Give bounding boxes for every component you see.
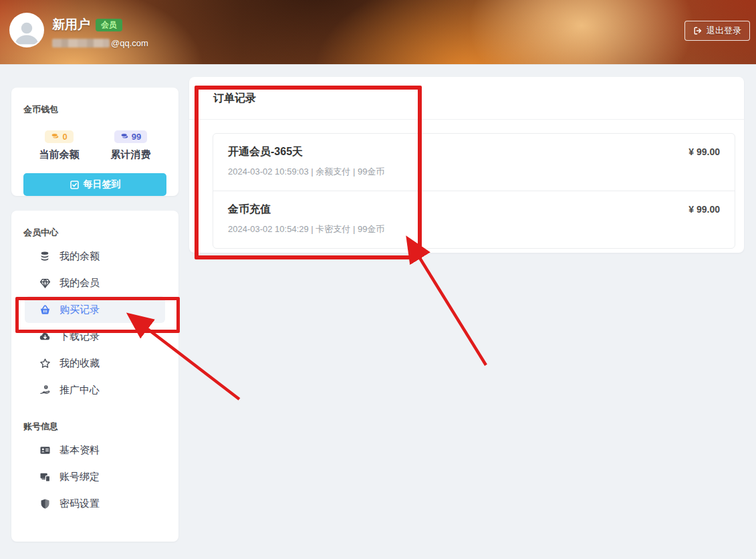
check-square-icon bbox=[70, 180, 80, 190]
star-icon bbox=[39, 358, 51, 369]
coin-icon bbox=[120, 132, 129, 141]
order-name: 开通会员-365天 bbox=[228, 145, 384, 159]
balance-label: 当前余额 bbox=[23, 148, 95, 161]
order-meta: 2024-03-02 10:59:03 | 余额支付 | 99金币 bbox=[228, 166, 384, 178]
sidebar-item-label: 我的余额 bbox=[59, 250, 100, 263]
redacted-email bbox=[52, 39, 110, 47]
shield-icon bbox=[39, 498, 51, 510]
daily-checkin-button[interactable]: 每日签到 bbox=[23, 173, 166, 196]
order-list: 开通会员-365天 2024-03-02 10:59:03 | 余额支付 | 9… bbox=[213, 133, 735, 249]
logout-button[interactable]: 退出登录 bbox=[684, 21, 750, 41]
id-card-icon bbox=[39, 445, 51, 456]
sidebar-item-password-settings[interactable]: 密码设置 bbox=[25, 490, 165, 517]
sidebar-item-basic-profile[interactable]: 基本资料 bbox=[25, 437, 165, 463]
sidebar-item-promotion-center[interactable]: 推广中心 bbox=[25, 376, 165, 403]
cloud-download-icon bbox=[39, 331, 51, 342]
wallet-card: 金币钱包 0 当前余额 99 累计消费 bbox=[11, 88, 178, 196]
basket-icon bbox=[39, 304, 51, 316]
sidebar-item-download-records[interactable]: 下载记录 bbox=[25, 323, 165, 350]
person-icon bbox=[12, 17, 41, 46]
wallet-title: 金币钱包 bbox=[23, 104, 166, 116]
section-title-member-center: 会员中心 bbox=[23, 227, 166, 239]
member-badge: 会员 bbox=[96, 19, 122, 31]
username: 新用户 bbox=[52, 16, 90, 33]
gem-icon bbox=[39, 277, 51, 289]
logout-icon bbox=[693, 26, 703, 35]
order-price: ¥ 99.00 bbox=[688, 145, 720, 178]
promotion-icon bbox=[39, 384, 51, 396]
order-meta: 2024-03-02 10:54:29 | 卡密支付 | 99金币 bbox=[228, 223, 384, 235]
order-row: 开通会员-365天 2024-03-02 10:59:03 | 余额支付 | 9… bbox=[213, 134, 735, 191]
sidebar-item-label: 我的收藏 bbox=[59, 357, 100, 370]
header-banner: 新用户 会员 @qq.com 退出登录 bbox=[0, 0, 756, 65]
order-name: 金币充值 bbox=[228, 203, 384, 217]
sidebar-item-purchase-records[interactable]: 购买记录 bbox=[25, 296, 165, 323]
sidebar-item-label: 推广中心 bbox=[59, 384, 100, 397]
spent-value: 99 bbox=[132, 132, 141, 142]
coin-icon bbox=[51, 132, 59, 141]
order-row: 金币充值 2024-03-02 10:54:29 | 卡密支付 | 99金币 ¥… bbox=[213, 191, 735, 248]
devices-icon bbox=[39, 471, 51, 483]
sidebar-item-account-binding[interactable]: 账号绑定 bbox=[25, 463, 165, 490]
sidebar-item-label: 密码设置 bbox=[59, 497, 100, 510]
spent-label: 累计消费 bbox=[95, 148, 166, 161]
sidebar-item-my-membership[interactable]: 我的会员 bbox=[25, 269, 165, 296]
balance-stat: 0 当前余额 bbox=[23, 130, 95, 161]
sidebar-item-my-balance[interactable]: 我的余额 bbox=[25, 243, 165, 269]
sidebar-item-label: 下载记录 bbox=[59, 330, 100, 343]
orders-title: 订单记录 bbox=[213, 92, 256, 104]
section-title-account-info: 账号信息 bbox=[23, 421, 166, 433]
sidebar-item-my-favorites[interactable]: 我的收藏 bbox=[25, 350, 165, 376]
coins-icon bbox=[39, 251, 51, 262]
balance-value: 0 bbox=[62, 132, 67, 142]
order-price: ¥ 99.00 bbox=[688, 203, 720, 235]
orders-panel: 订单记录 开通会员-365天 2024-03-02 10:59:03 | 余额支… bbox=[189, 77, 744, 253]
spent-stat: 99 累计消费 bbox=[95, 130, 166, 161]
sidebar-item-label: 基本资料 bbox=[59, 444, 100, 457]
user-email: @qq.com bbox=[52, 38, 148, 48]
sidebar-item-label: 我的会员 bbox=[59, 277, 100, 290]
avatar bbox=[9, 13, 44, 47]
sidebar-menu: 会员中心 我的余额 我的会员 购买记录 bbox=[11, 211, 178, 542]
sidebar-item-label: 账号绑定 bbox=[59, 471, 100, 483]
sidebar-item-label: 购买记录 bbox=[59, 304, 100, 316]
